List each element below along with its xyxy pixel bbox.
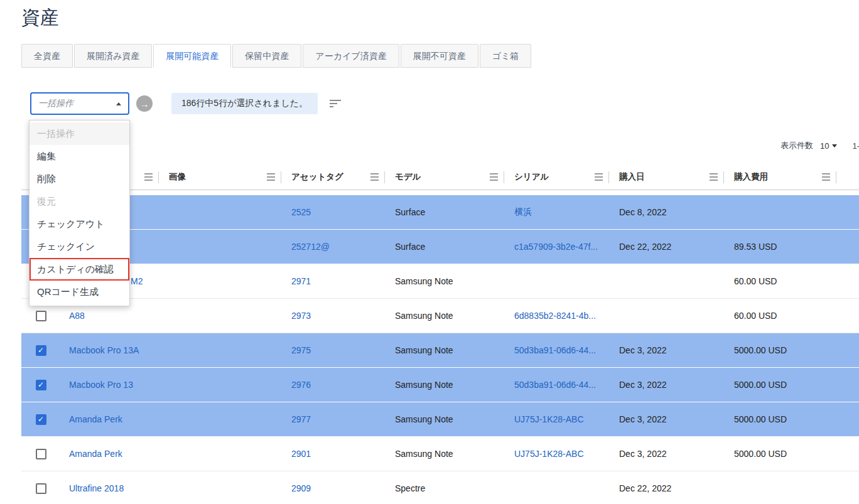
column-filter-icon[interactable]	[267, 173, 275, 181]
arrow-right-icon: →	[140, 99, 149, 109]
column-filter-icon[interactable]	[595, 173, 603, 181]
asset-name-link[interactable]: Macbook Pro 13A	[69, 345, 139, 355]
row-stub	[836, 437, 859, 471]
model-cell: Samsung Note	[385, 264, 504, 298]
row-stub	[836, 230, 859, 264]
serial-link[interactable]: UJ75J-1K28-ABC	[514, 449, 584, 459]
serial-cell: UJ75J-1K28-ABC	[504, 437, 609, 471]
serial-link[interactable]: UJ75J-1K28-ABC	[514, 414, 584, 424]
purchase-date-cell: Dec 3, 2022	[609, 437, 724, 471]
assets-table: 画像 アセットタグ モデル シリアル 購入日 購入費用 2525 Surface	[21, 164, 859, 504]
column-filter-icon[interactable]	[490, 173, 498, 181]
row-checkbox[interactable]	[36, 345, 46, 356]
model-cell: Samsung Note	[385, 402, 504, 436]
column-filter-icon[interactable]	[822, 173, 830, 181]
asset-name-link[interactable]: A88	[69, 311, 85, 321]
menu-item-edit[interactable]: 編集	[30, 145, 129, 168]
menu-item-restore: 復元	[30, 190, 129, 213]
serial-link[interactable]: c1a57909-3b2e-47f...	[514, 242, 598, 252]
tab-trash[interactable]: ゴミ箱	[480, 44, 532, 68]
asset-tag-link[interactable]: 2976	[291, 380, 311, 390]
go-button[interactable]: →	[136, 95, 153, 112]
row-stub	[836, 264, 859, 298]
sort-filter-icon[interactable]	[330, 99, 342, 108]
asset-tag-link[interactable]: 2909	[291, 483, 311, 493]
asset-name-link[interactable]: Ultrafine 2018	[69, 483, 124, 493]
menu-item-bulk-actions: 一括操作	[30, 122, 129, 145]
table-row[interactable]: Macbook Pro 13A 2975 Samsung Note 50d3ba…	[21, 333, 859, 368]
row-stub	[836, 195, 859, 229]
asset-tag-link[interactable]: 2977	[291, 414, 311, 424]
purchase-date-cell: Dec 3, 2022	[609, 333, 724, 367]
table-row[interactable]: M2 2971 Samsung Note 60.00 USD	[21, 264, 859, 299]
menu-item-checkin[interactable]: チェックイン	[30, 235, 129, 258]
column-header-stub	[836, 164, 859, 190]
checkbox-cell	[21, 471, 60, 504]
row-stub	[836, 333, 859, 367]
selection-message: 186行中5行が選択されました。	[171, 93, 318, 114]
tab-bar: 全資産展開済み資産展開可能資産保留中資産アーカイブ済資産展開不可資産ゴミ箱	[21, 44, 532, 68]
asset-tag-cell: 2976	[281, 368, 385, 402]
pagination-range: 1-1	[852, 141, 859, 151]
image-cell	[159, 195, 281, 229]
asset-name-link[interactable]: Macbook Pro 13	[69, 380, 133, 390]
row-checkbox[interactable]	[36, 414, 46, 425]
bulk-actions-select[interactable]: 一括操作	[30, 92, 129, 115]
table-body: 2525 Surface 横浜 Dec 8, 2022 252712@ Surf…	[21, 195, 859, 504]
menu-item-confirm-custody[interactable]: カストディの確認	[30, 258, 129, 281]
column-header-serial: シリアル	[504, 164, 609, 190]
menu-item-checkout[interactable]: チェックアウト	[30, 213, 129, 235]
asset-tag-link[interactable]: 2971	[291, 276, 311, 286]
column-filter-icon[interactable]	[710, 173, 718, 181]
asset-tag-link[interactable]: 2525	[291, 207, 311, 217]
column-filter-icon[interactable]	[370, 173, 379, 181]
serial-link[interactable]: 50d3ba91-06d6-44...	[514, 345, 596, 355]
row-checkbox[interactable]	[36, 311, 46, 321]
column-header-purchase_date: 購入日	[609, 164, 724, 190]
table-row[interactable]: 252712@ Surface c1a57909-3b2e-47f... Dec…	[21, 230, 859, 264]
asset-name-link[interactable]: Amanda Perk	[69, 449, 122, 459]
asset-tag-cell: 2525	[281, 195, 385, 229]
tab-all-assets[interactable]: 全資産	[21, 44, 73, 68]
table-row[interactable]: 2525 Surface 横浜 Dec 8, 2022	[21, 195, 859, 230]
menu-item-generate-qr[interactable]: QRコード生成	[30, 281, 129, 303]
asset-tag-cell: 2975	[281, 333, 385, 367]
asset-tag-link[interactable]: 252712@	[291, 242, 330, 252]
column-header-purchase_cost: 購入費用	[724, 164, 836, 190]
tab-pending-assets[interactable]: 保留中資産	[232, 44, 301, 68]
column-filter-icon[interactable]	[144, 173, 153, 181]
table-row[interactable]: Ultrafine 2018 2909 Spectre Dec 22, 2022	[21, 471, 859, 504]
tab-deployable-assets[interactable]: 展開可能資産	[153, 44, 231, 68]
row-checkbox[interactable]	[36, 449, 46, 459]
asset-tag-link[interactable]: 2973	[291, 311, 311, 321]
serial-cell: c1a57909-3b2e-47f...	[504, 230, 609, 264]
purchase-date-cell: Dec 3, 2022	[609, 368, 724, 402]
row-checkbox[interactable]	[36, 380, 46, 390]
menu-item-delete[interactable]: 削除	[30, 168, 129, 190]
tab-archived-assets[interactable]: アーカイブ済資産	[303, 44, 399, 68]
column-label: シリアル	[514, 171, 549, 183]
row-checkbox[interactable]	[36, 483, 46, 494]
table-row[interactable]: Amanda Perk 2977 Samsung Note UJ75J-1K28…	[21, 402, 859, 437]
checkbox-cell	[21, 368, 60, 402]
image-cell	[159, 264, 281, 298]
asset-tag-cell: 2971	[281, 264, 385, 298]
serial-cell: UJ75J-1K28-ABC	[504, 402, 609, 436]
list-controls: 表示件数 10 1-1	[781, 140, 859, 151]
asset-name-link[interactable]: Amanda Perk	[69, 414, 122, 424]
asset-tag-link[interactable]: 2901	[291, 449, 311, 459]
table-row[interactable]: A88 2973 Samsung Note 6d8835b2-8241-4b..…	[21, 299, 859, 333]
tab-undeployable-assets[interactable]: 展開不可資産	[401, 44, 478, 68]
page-size-select[interactable]: 10	[820, 141, 837, 151]
serial-link[interactable]: 横浜	[514, 206, 532, 218]
serial-link[interactable]: 6d8835b2-8241-4b...	[514, 311, 596, 321]
purchase-cost-cell: 60.00 USD	[724, 299, 836, 333]
serial-link[interactable]: 50d3ba91-06d6-44...	[514, 380, 596, 390]
tab-deployed-assets[interactable]: 展開済み資産	[74, 44, 152, 68]
asset-tag-link[interactable]: 2975	[291, 345, 311, 355]
asset-name-link[interactable]: M2	[131, 276, 143, 286]
asset-tag-cell: 2909	[281, 471, 385, 504]
model-cell: Surface	[385, 195, 504, 229]
table-row[interactable]: Macbook Pro 13 2976 Samsung Note 50d3ba9…	[21, 368, 859, 402]
table-row[interactable]: Amanda Perk 2901 Samsung Note UJ75J-1K28…	[21, 437, 859, 471]
